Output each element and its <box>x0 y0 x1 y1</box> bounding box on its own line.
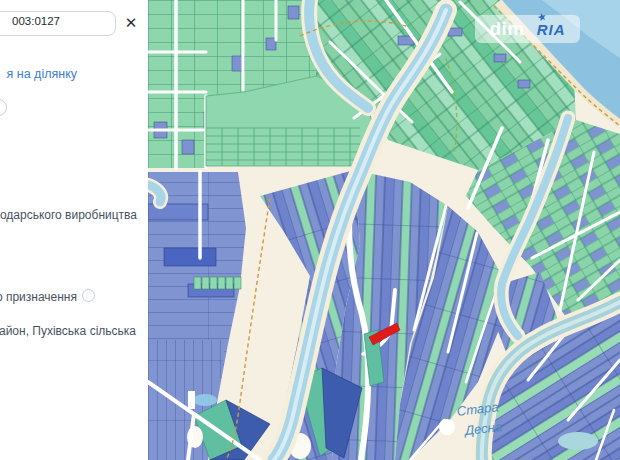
close-icon[interactable]: ✕ <box>121 13 141 33</box>
parcel-purpose-text: огосподарського виробництва <box>0 208 137 222</box>
cadastral-map[interactable]: Стара Десна <box>148 0 620 460</box>
cadastral-number-value: 003:0127 <box>12 15 60 27</box>
watermark-brand-dim: dim <box>489 18 524 40</box>
watermark-brand-ria: ★RIA <box>528 21 566 38</box>
map-viewport[interactable]: Стара Десна dim ★RIA <box>148 0 620 460</box>
help-circle-icon <box>82 289 95 302</box>
view-parcel-link[interactable]: я на ділянку <box>7 67 77 81</box>
parcel-location-text: ький район, Пухівська сільська <box>0 324 136 338</box>
dimria-watermark: dim ★RIA <box>475 15 580 43</box>
parcel-info-panel: 003:0127 ✕ я на ділянку огосподарського … <box>0 0 148 460</box>
star-icon: ★ <box>537 11 548 23</box>
info-circle-icon <box>0 99 7 116</box>
watermark-ria-text: RIA <box>537 21 566 38</box>
parcel-category-text: кого призначення <box>0 290 77 304</box>
